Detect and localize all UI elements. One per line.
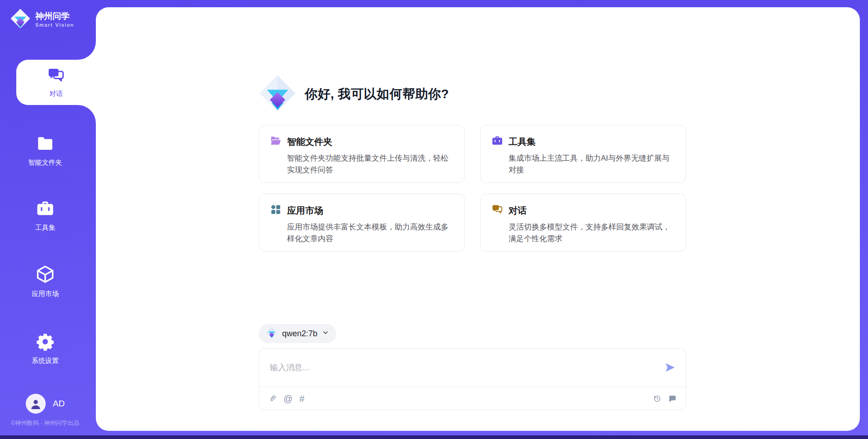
diamond-logo-icon: [259, 74, 297, 114]
tab-curve-bottom: [78, 105, 96, 123]
sidebar-item-smart-folder[interactable]: 智能文件夹: [0, 134, 90, 167]
sidebar-item-label: 系统设置: [32, 357, 59, 365]
toolbox-icon: [36, 199, 55, 220]
paperclip-icon[interactable]: [268, 394, 277, 403]
message-icon[interactable]: [668, 394, 677, 403]
greeting-text: 你好, 我可以如何帮助你?: [305, 86, 449, 103]
card-description: 应用市场提供丰富长文本模板，助力高效生成多样化文章内容: [287, 221, 455, 244]
cube-icon: [35, 264, 55, 286]
card-title: 对话: [509, 205, 527, 217]
card-app-market[interactable]: 应用市场 应用市场提供丰富长文本模板，助力高效生成多样化文章内容: [259, 194, 465, 252]
apps-grid-icon: [270, 204, 282, 217]
sidebar-item-toolset[interactable]: 工具集: [0, 199, 90, 232]
folder-icon: [36, 134, 55, 155]
diamond-logo-icon: [266, 327, 278, 340]
message-composer: @ #: [259, 348, 686, 410]
avatar: [26, 394, 46, 414]
briefcase-icon: [491, 135, 503, 148]
sidebar-item-label: 对话: [49, 90, 63, 98]
folder-open-icon: [270, 135, 282, 148]
card-chat[interactable]: 对话 灵活切换多模型文件，支持多样回复效果调试，满足个性化需求: [480, 194, 686, 252]
sidebar-item-settings[interactable]: 系统设置: [0, 332, 90, 365]
bottom-edge-bar: [0, 435, 868, 439]
sidebar-item-label: 工具集: [35, 224, 56, 232]
mention-icon[interactable]: @: [283, 394, 292, 403]
card-title: 应用市场: [287, 205, 323, 217]
card-description: 智能文件夹功能支持批量文件上传与清洗，轻松实现文件问答: [287, 153, 455, 176]
tab-curve-top: [78, 42, 96, 60]
send-icon[interactable]: [664, 362, 676, 373]
message-input[interactable]: [269, 363, 664, 373]
greeting: 你好, 我可以如何帮助你?: [259, 74, 449, 114]
chat-bubbles-icon: [491, 204, 503, 217]
app-logo: 神州问学 Smart Vision: [10, 8, 74, 31]
hash-icon[interactable]: #: [299, 394, 304, 403]
app-subtitle: Smart Vision: [35, 22, 74, 28]
sidebar-item-label: 应用市场: [32, 290, 59, 298]
model-selector[interactable]: qwen2:7b: [259, 324, 336, 343]
feature-cards: 智能文件夹 智能文件夹功能支持批量文件上传与清洗，轻松实现文件问答 工具集 集成…: [259, 125, 686, 252]
diamond-logo-icon: [10, 8, 31, 31]
gear-icon: [36, 332, 55, 353]
chat-bubbles-icon: [47, 67, 65, 86]
app-title: 神州问学: [35, 11, 74, 21]
card-title: 工具集: [509, 136, 536, 148]
card-title: 智能文件夹: [287, 136, 332, 148]
user-name: AD: [53, 399, 65, 409]
sidebar-item-app-market[interactable]: 应用市场: [0, 264, 90, 298]
card-description: 集成市场上主流工具，助力AI与外界无缝扩展与对接: [509, 153, 677, 176]
chevron-down-icon: [322, 329, 329, 338]
user-account[interactable]: AD: [0, 394, 90, 414]
sidebar: 神州问学 Smart Vision 对话: [0, 0, 96, 439]
card-toolset[interactable]: 工具集 集成市场上主流工具，助力AI与外界无缝扩展与对接: [480, 125, 686, 183]
copyright-text: ©神州数码 · 神州问学出品: [0, 419, 90, 427]
main-panel: 你好, 我可以如何帮助你? 智能文件夹 智能文件夹功能支持批量文件上传与清洗，轻…: [96, 7, 860, 431]
model-name: qwen2:7b: [282, 329, 317, 339]
sidebar-item-label: 智能文件夹: [28, 158, 62, 167]
history-icon[interactable]: [653, 394, 661, 403]
app-window: 神州问学 Smart Vision 对话: [0, 0, 868, 439]
card-description: 灵活切换多模型文件，支持多样回复效果调试，满足个性化需求: [509, 221, 677, 244]
card-smart-folder[interactable]: 智能文件夹 智能文件夹功能支持批量文件上传与清洗，轻松实现文件问答: [259, 125, 465, 183]
